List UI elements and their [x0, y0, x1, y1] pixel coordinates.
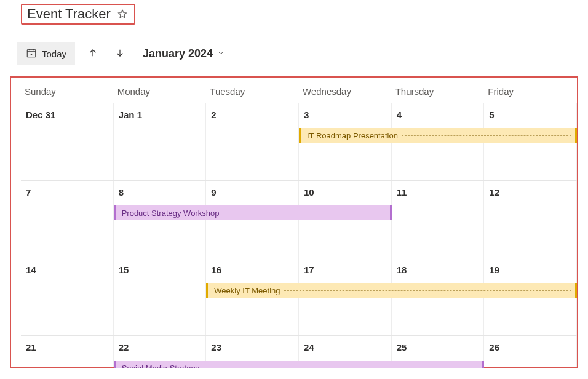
day-header: Monday: [114, 82, 207, 103]
next-arrow-button[interactable]: [111, 44, 129, 64]
event-title: Weekly IT Meeting: [214, 286, 280, 295]
calendar: Sunday Monday Tuesday Wednesday Thursday…: [21, 82, 577, 367]
page-title: Event Tracker: [27, 6, 111, 22]
calendar-cell[interactable]: 11: [392, 181, 485, 258]
day-header: Sunday: [21, 82, 114, 103]
calendar-week: 21 22 23 24 25 26 Social Media Strategy: [21, 336, 577, 367]
date-label: Jan 1: [119, 110, 142, 120]
calendar-week: Dec 31 Jan 1 2 3 4 5 IT Roadmap Presenta…: [21, 103, 577, 181]
today-button[interactable]: Today: [17, 42, 75, 65]
calendar-cell[interactable]: 26: [484, 336, 577, 367]
date-label: 25: [397, 342, 407, 353]
month-selector[interactable]: January 2024: [143, 47, 225, 60]
day-header: Friday: [484, 82, 577, 103]
calendar-cell[interactable]: 12: [484, 181, 577, 258]
today-label: Today: [42, 49, 66, 59]
date-label: 18: [397, 265, 407, 275]
date-label: 17: [304, 265, 314, 275]
arrow-up-icon: [87, 51, 98, 60]
date-label: 23: [211, 342, 221, 353]
calendar-cell[interactable]: 2: [206, 103, 299, 180]
date-label: 21: [26, 342, 36, 353]
day-header: Wednesday: [299, 82, 392, 103]
date-label: 16: [211, 265, 221, 275]
day-header: Tuesday: [206, 82, 299, 103]
date-label: 2: [211, 110, 216, 120]
day-header: Thursday: [392, 82, 485, 103]
date-label: 19: [489, 265, 499, 275]
toolbar: Today January 2024: [0, 31, 588, 76]
event-title: Social Media Strategy: [122, 364, 199, 369]
date-label: 7: [26, 187, 31, 197]
date-label: 3: [304, 110, 309, 120]
date-label: 24: [304, 342, 314, 353]
calendar-cell[interactable]: 7: [21, 181, 114, 258]
date-label: 12: [489, 187, 499, 197]
calendar-cell[interactable]: 15: [114, 258, 207, 335]
date-label: 26: [489, 342, 499, 353]
date-label: 10: [304, 187, 314, 197]
calendar-week: 14 15 16 17 18 19 Weekly IT Meeting: [21, 258, 577, 336]
date-label: 5: [489, 110, 494, 120]
date-label: 22: [119, 342, 129, 353]
month-label: January 2024: [143, 47, 213, 60]
calendar-week: 7 8 9 10 11 12 Product Strategy Workshop: [21, 181, 577, 258]
calendar-cell[interactable]: 21: [21, 336, 114, 367]
chevron-down-icon: [217, 47, 225, 60]
title-container: Event Tracker: [21, 4, 135, 25]
date-label: 9: [211, 187, 216, 197]
date-label: 14: [26, 265, 36, 275]
calendar-cell[interactable]: Jan 1: [114, 103, 207, 180]
day-header-row: Sunday Monday Tuesday Wednesday Thursday…: [21, 82, 577, 103]
star-icon[interactable]: [117, 9, 128, 20]
calendar-icon: [26, 47, 37, 60]
event-title: IT Roadmap Presentation: [307, 131, 398, 140]
date-label: 15: [119, 265, 129, 275]
date-label: Dec 31: [26, 110, 55, 120]
event-title: Product Strategy Workshop: [122, 209, 220, 218]
date-label: 11: [397, 187, 407, 197]
prev-arrow-button[interactable]: [84, 44, 102, 64]
calendar-event[interactable]: Weekly IT Meeting: [206, 283, 577, 298]
svg-rect-0: [27, 50, 36, 57]
calendar-cell[interactable]: Dec 31: [21, 103, 114, 180]
calendar-event[interactable]: Social Media Strategy: [114, 361, 485, 368]
calendar-cell[interactable]: 14: [21, 258, 114, 335]
calendar-container: Sunday Monday Tuesday Wednesday Thursday…: [10, 76, 578, 368]
calendar-event[interactable]: Product Strategy Workshop: [114, 205, 392, 220]
arrow-down-icon: [114, 51, 125, 60]
date-label: 8: [119, 187, 124, 197]
date-label: 4: [397, 110, 402, 120]
calendar-event[interactable]: IT Roadmap Presentation: [299, 128, 577, 143]
